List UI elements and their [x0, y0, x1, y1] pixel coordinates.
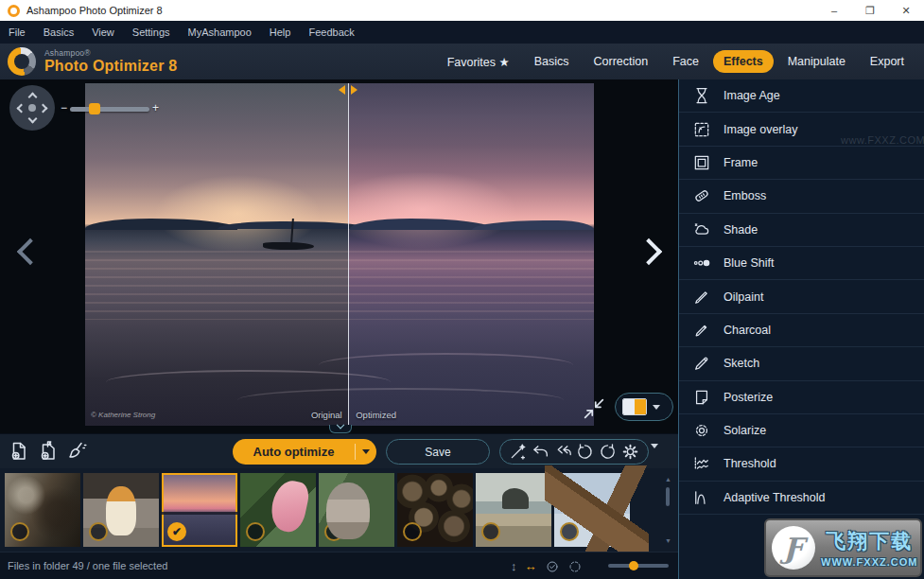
compare-view-toggle[interactable]: [615, 393, 673, 421]
tab-correction[interactable]: Correction: [584, 50, 659, 73]
effect-item-charcoal[interactable]: Charcoal: [679, 314, 924, 347]
menu-settings[interactable]: Settings: [132, 26, 170, 38]
site-watermark: Ƒ 飞翔下载 WWW.FXXZ.COM: [764, 518, 922, 577]
effect-item-image-age[interactable]: Image Age: [679, 79, 924, 113]
circle-check-icon[interactable]: [545, 559, 560, 574]
paintbrush-icon: [692, 288, 711, 307]
menu-myashampoo[interactable]: MyAshampoo: [188, 26, 252, 38]
clean-button[interactable]: [65, 439, 90, 464]
thumbnail-checkbox[interactable]: [403, 522, 422, 541]
zoom-out-icon[interactable]: −: [61, 101, 67, 114]
thumbnail-checkbox-checked[interactable]: ✔: [167, 522, 186, 541]
pan-center-icon[interactable]: [28, 104, 36, 112]
chevron-down-icon[interactable]: [653, 405, 660, 410]
thumbnail-monkey[interactable]: [319, 473, 394, 547]
zoom-track[interactable]: [70, 107, 149, 112]
thumbnail-size-slider[interactable]: [608, 564, 669, 568]
add-image-alt-button[interactable]: [36, 439, 61, 464]
collapse-arrows-icon: [581, 395, 607, 422]
split-view-icon: [622, 398, 647, 415]
thumbnail-temple-ruins[interactable]: [5, 473, 80, 547]
menu-feedback[interactable]: Feedback: [308, 26, 354, 38]
close-button[interactable]: ✕: [888, 0, 924, 21]
auto-optimize-dropdown[interactable]: [356, 449, 376, 454]
effect-item-oilpaint[interactable]: Oilpaint: [679, 280, 924, 313]
tab-favorites[interactable]: Favorites ★: [437, 50, 520, 74]
tab-face[interactable]: Face: [662, 50, 709, 73]
magic-wand-button[interactable]: [508, 442, 529, 463]
auto-optimize-button[interactable]: Auto optimize: [233, 439, 376, 465]
thumbnail-scrollbar[interactable]: ▲ ▼: [663, 476, 672, 544]
compare-split-line[interactable]: [348, 83, 349, 426]
thumbnail-checkbox[interactable]: [89, 522, 108, 541]
effect-item-frame[interactable]: Frame: [679, 147, 924, 180]
previous-image-button[interactable]: [17, 237, 42, 274]
photo-compare-view[interactable]: © Katherine Strong Original Optimized: [85, 83, 594, 426]
save-button[interactable]: Save: [386, 439, 490, 465]
dashed-circle-icon[interactable]: [567, 559, 583, 574]
menu-view[interactable]: View: [92, 26, 114, 38]
thumbnail-checkbox[interactable]: [324, 522, 343, 541]
pan-right-icon[interactable]: [39, 103, 48, 113]
rotate-cw-icon: [598, 442, 618, 462]
undo-all-button[interactable]: [552, 442, 573, 463]
settings-button[interactable]: [619, 442, 640, 463]
collapse-view-button[interactable]: [581, 395, 607, 422]
thumbnail-checkbox[interactable]: [10, 522, 29, 541]
effect-item-solarize[interactable]: Solarize: [679, 414, 924, 447]
effect-item-blue-shift[interactable]: Blue Shift: [679, 247, 924, 280]
menu-help[interactable]: Help: [270, 26, 291, 38]
minimize-button[interactable]: –: [816, 0, 852, 21]
thumbnail-checkbox[interactable]: [560, 522, 579, 541]
zoom-slider[interactable]: − +: [61, 102, 159, 115]
zoom-handle[interactable]: [89, 103, 100, 114]
clean-broom-icon: [66, 440, 89, 463]
rotate-left-button[interactable]: [575, 442, 596, 463]
scrollbar-thumb[interactable]: [666, 487, 670, 506]
effect-item-sketch[interactable]: Sketch: [679, 347, 924, 380]
tab-manipulate[interactable]: Manipulate: [777, 50, 856, 73]
magic-wand-plus-icon: [508, 442, 528, 462]
menu-file[interactable]: File: [9, 26, 26, 38]
watermark-logo-icon: Ƒ: [772, 526, 815, 570]
thumbnail-clay-pots[interactable]: [397, 473, 473, 547]
effect-item-posterize[interactable]: Posterize: [679, 381, 924, 414]
add-image-button[interactable]: [7, 439, 31, 464]
effect-item-threshold[interactable]: Threshold: [679, 447, 924, 481]
scroll-up-icon[interactable]: ▲: [665, 476, 671, 482]
tool-group-dropdown[interactable]: [651, 444, 658, 448]
fit-height-icon[interactable]: ↕: [511, 559, 517, 573]
pan-control[interactable]: [9, 85, 55, 131]
menubar: File Basics View Settings MyAshampoo Hel…: [0, 21, 924, 44]
fit-width-icon[interactable]: ↔: [525, 559, 537, 573]
pan-up-icon[interactable]: [27, 93, 37, 102]
thumbnail-beach-rock[interactable]: [476, 473, 551, 547]
pan-left-icon[interactable]: [17, 103, 26, 113]
thumbnail-cat[interactable]: [83, 473, 159, 547]
effect-item-emboss[interactable]: Emboss: [679, 180, 924, 213]
pan-down-icon[interactable]: [27, 114, 37, 124]
statusbar: Files in folder 49 / one file selected ↕…: [0, 552, 678, 579]
tab-basics[interactable]: Basics: [524, 50, 580, 73]
thumbnail-pink-spoonbill[interactable]: [240, 473, 316, 547]
image-overlay-icon: [692, 120, 711, 139]
menu-basics[interactable]: Basics: [44, 26, 74, 38]
thumbnail-checkbox[interactable]: [481, 522, 500, 541]
effect-item-shade[interactable]: Shade: [679, 214, 924, 247]
effect-item-adaptive-threshold[interactable]: Adaptive Threshold: [679, 482, 924, 515]
thumbnail-checkbox[interactable]: [246, 522, 265, 541]
tab-export[interactable]: Export: [860, 50, 915, 73]
maximize-button[interactable]: ❐: [852, 0, 888, 21]
undo-icon: [531, 442, 550, 462]
rotate-right-button[interactable]: [598, 442, 619, 463]
tab-effects[interactable]: Effects: [713, 50, 774, 73]
undo-button[interactable]: [530, 442, 550, 463]
next-image-button[interactable]: [636, 237, 660, 274]
slider-handle[interactable]: [629, 561, 638, 570]
thumbnail-tree-bird[interactable]: [554, 473, 630, 547]
scroll-down-icon[interactable]: ▼: [665, 537, 671, 544]
bottom-panel-handle[interactable]: [329, 425, 352, 433]
adaptive-threshold-curve-icon: [692, 488, 711, 507]
thumbnail-sunset-beach[interactable]: ✔: [162, 473, 237, 547]
zoom-in-icon[interactable]: +: [152, 101, 159, 114]
